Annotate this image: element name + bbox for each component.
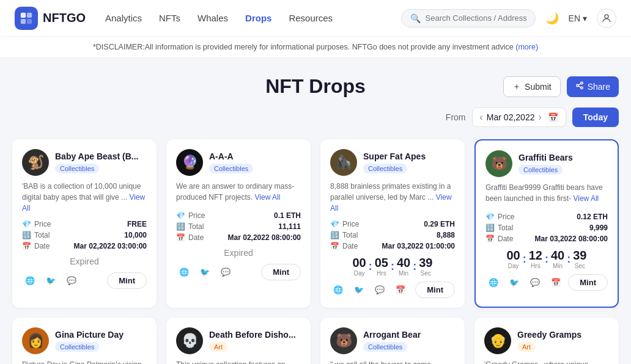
card-footer: 🌐 🐦 💬 📅 Mint (330, 282, 455, 298)
twitter-icon[interactable]: 🐦 (197, 264, 213, 280)
calendar-social-icon[interactable]: 📅 (548, 275, 564, 291)
card-name: Death Before Disho... (209, 330, 296, 340)
header-actions: ＋ Submit Share (503, 76, 619, 97)
price-row: 💎Price FREE (22, 220, 147, 228)
twitter-icon[interactable]: 🐦 (506, 275, 522, 291)
calendar-social-icon[interactable]: 📅 (393, 282, 408, 298)
nav-drops[interactable]: Drops (245, 13, 271, 23)
current-date: Mar 02,2022 (487, 112, 535, 122)
discord-icon[interactable]: 💬 (64, 273, 79, 289)
share-button[interactable]: Share (567, 76, 619, 97)
search-bar[interactable]: 🔍 (401, 9, 536, 27)
date-row: 📅Date Mar 02,2022 03:00:00 (22, 242, 147, 250)
card-header: 🐻 Arrogant Bear Collectibles (330, 327, 455, 354)
discord-icon[interactable]: 💬 (218, 264, 234, 280)
website-icon[interactable]: 🌐 (176, 264, 192, 280)
search-input[interactable] (426, 13, 526, 23)
logo-icon (20, 12, 33, 25)
nav-links: Analytics NFTs Whales Drops Resources (105, 13, 333, 23)
countdown-hrs: 12 (529, 249, 542, 261)
expired-status: Expired (176, 248, 301, 258)
website-icon[interactable]: 🌐 (485, 275, 501, 291)
card-badge: Collectibles (363, 164, 407, 173)
card-badge: Art (517, 342, 536, 352)
countdown-hrs: 05 (375, 257, 388, 269)
card-badge: Collectibles (55, 164, 99, 173)
next-date-button[interactable]: › (538, 112, 541, 123)
navbar: NFTGO Analytics NFTs Whales Drops Resour… (0, 0, 631, 37)
logo[interactable]: NFTGO (15, 7, 86, 30)
twitter-icon[interactable]: 🐦 (43, 273, 59, 289)
from-label: From (446, 112, 466, 122)
card-badge: Collectibles (518, 165, 563, 175)
website-icon[interactable]: 🌐 (330, 282, 346, 298)
card-header: 👴 Greedy Gramps Art (484, 327, 609, 354)
card-death-before-dishonor: 💀 Death Before Disho... Art This unique … (166, 318, 311, 364)
view-all-link[interactable]: View All (255, 193, 281, 202)
dark-mode-icon[interactable]: 🌙 (545, 12, 559, 25)
card-gina-picture-day: 👩 Gina Picture Day Collectibles Picture … (12, 318, 157, 364)
card-desc: Graffiti Bear9999 Graffiti bears have be… (485, 182, 608, 206)
card-desc: " we call all the buyers to come togethe… (330, 359, 455, 364)
svg-rect-0 (21, 12, 26, 17)
svg-line-9 (578, 84, 581, 85)
avatar: 🐒 (22, 149, 49, 176)
view-all-link[interactable]: View All (330, 193, 452, 213)
price-row: 💎Price 0.1 ETH (176, 211, 301, 220)
view-all-link[interactable]: View All (22, 193, 145, 213)
card-name: Super Fat Apes (363, 151, 426, 162)
cards-grid: 🐒 Baby Ape Beast (B... Collectibles 'BAB… (12, 139, 619, 364)
submit-button[interactable]: ＋ Submit (503, 76, 561, 97)
view-all-link[interactable]: View All (573, 194, 599, 203)
nav-resources[interactable]: Resources (289, 13, 333, 23)
card-header: 🔮 A-A-A Collectibles (176, 149, 301, 176)
date-value: Mar 03,2022 08:00:00 (535, 235, 608, 243)
nav-nfts[interactable]: NFTs (159, 13, 180, 23)
svg-rect-1 (27, 12, 32, 17)
mint-button[interactable]: Mint (415, 282, 455, 298)
total-row: 🔢Total 8,888 (330, 231, 455, 239)
card-name: Baby Ape Beast (B... (55, 151, 138, 162)
card-stats: 💎Price 0.12 ETH 🔢Total 9,999 📅Date Mar 0… (485, 213, 608, 243)
card-badge: Collectibles (209, 164, 253, 173)
discord-icon[interactable]: 💬 (372, 282, 388, 298)
mint-button[interactable]: Mint (568, 274, 608, 291)
avatar: 💀 (176, 327, 203, 354)
total-row: 🔢Total 9,999 (485, 224, 608, 232)
date-value: Mar 02,2022 03:00:00 (74, 242, 147, 250)
card-badge: Collectibles (363, 342, 407, 352)
avatar: 🔮 (176, 149, 203, 176)
price-value: 0.12 ETH (577, 213, 608, 221)
website-icon[interactable]: 🌐 (22, 273, 38, 289)
svg-point-4 (605, 15, 608, 18)
avatar: 🐻 (330, 327, 357, 354)
card-desc: We are an answer to ordinary mass-produc… (176, 181, 301, 205)
prev-date-button[interactable]: ‹ (480, 112, 483, 123)
nav-analytics[interactable]: Analytics (105, 13, 142, 23)
card-a-a-a: 🔮 A-A-A Collectibles We are an answer to… (166, 139, 311, 308)
disclaimer-more-link[interactable]: (more) (515, 43, 538, 51)
nav-whales[interactable]: Whales (197, 13, 228, 23)
mint-button[interactable]: Mint (107, 272, 147, 289)
total-value: 11,111 (278, 222, 301, 231)
mint-button[interactable]: Mint (261, 264, 301, 280)
twitter-icon[interactable]: 🐦 (351, 282, 367, 298)
nav-icons: 🌙 EN ▾ (545, 9, 616, 28)
lang-selector[interactable]: EN ▾ (569, 13, 587, 23)
card-header: 💀 Death Before Disho... Art (176, 327, 301, 354)
countdown-min: 40 (551, 249, 564, 261)
today-button[interactable]: Today (572, 107, 619, 127)
total-value: 8,888 (437, 231, 455, 239)
countdown-days: 00 (353, 257, 366, 269)
card-header: 🦍 Super Fat Apes Collectibles (330, 149, 455, 176)
share-icon (575, 81, 584, 92)
main-content: NFT Drops ＋ Submit Share From ‹ Mar 02,2… (0, 75, 631, 364)
logo-box (15, 7, 38, 30)
card-header: 🐒 Baby Ape Beast (B... Collectibles (22, 149, 147, 176)
calendar-icon[interactable]: 📅 (548, 112, 558, 122)
countdown: 00 Day : 05 Hrs : 40 Min : 39 Sec (330, 257, 455, 277)
discord-icon[interactable]: 💬 (527, 275, 543, 291)
card-header: 🐻 Graffiti Bears Collectibles (485, 150, 608, 177)
user-icon[interactable] (597, 9, 616, 28)
price-value: 0.29 ETH (424, 220, 455, 228)
